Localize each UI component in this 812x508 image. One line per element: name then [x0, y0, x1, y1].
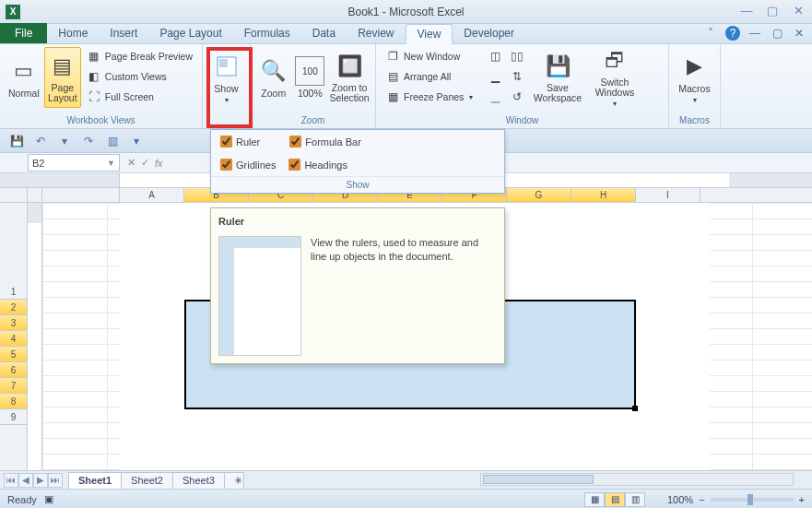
close-icon[interactable]: ✕: [790, 3, 806, 18]
sync-scroll-button[interactable]: ⇅: [507, 67, 527, 86]
macros-button[interactable]: ▶Macros▾: [675, 47, 714, 108]
tab-view[interactable]: View: [406, 24, 453, 44]
row-3[interactable]: 3: [0, 315, 27, 331]
tooltip-thumbnail: [218, 236, 301, 356]
split-button[interactable]: ◫: [485, 47, 505, 65]
full-screen-label: Full Screen: [105, 91, 154, 102]
tab-page-layout[interactable]: Page Layout: [148, 23, 232, 43]
fill-handle[interactable]: [632, 406, 638, 411]
fx-icon[interactable]: fx: [155, 158, 163, 169]
headings-checkbox-label: Headings: [304, 159, 347, 171]
custom-views-icon: ◧: [87, 69, 101, 84]
save-icon[interactable]: 💾: [7, 133, 26, 149]
zoom-to-selection-button[interactable]: 🔲Zoom to Selection: [329, 47, 370, 108]
redo-icon[interactable]: ↷: [79, 133, 98, 149]
tab-home[interactable]: Home: [47, 23, 99, 43]
reset-pos-button[interactable]: ↺: [507, 88, 527, 106]
customize-qat-icon[interactable]: ▾: [127, 133, 146, 149]
row-9[interactable]: 9: [0, 409, 27, 425]
tab-review[interactable]: Review: [347, 23, 405, 43]
ruler-checkbox[interactable]: Ruler: [220, 136, 260, 148]
file-tab[interactable]: File: [0, 23, 47, 43]
chevron-down-icon: ▾: [693, 96, 697, 104]
row-7[interactable]: 7: [0, 378, 27, 394]
minimize-ribbon-icon[interactable]: ˄: [703, 26, 718, 41]
new-window-button[interactable]: ❐New Window: [382, 47, 483, 65]
show-options-panel: Ruler Formula Bar Gridlines Headings Sho…: [210, 129, 505, 194]
row-2[interactable]: 2: [0, 300, 27, 315]
status-ready: Ready: [7, 494, 37, 505]
arrange-all-button[interactable]: ▤Arrange All: [382, 67, 483, 86]
zoom-slider[interactable]: [711, 498, 794, 502]
hide-button[interactable]: ▁: [485, 67, 505, 86]
row-5[interactable]: 5: [0, 347, 27, 362]
zoom-selection-label: Zoom to Selection: [329, 83, 370, 103]
row-6[interactable]: 6: [0, 362, 27, 378]
save-workspace-button[interactable]: 💾Save Workspace: [529, 47, 586, 108]
sheet-tab-1[interactable]: Sheet1: [68, 472, 122, 489]
row-8[interactable]: 8: [0, 394, 27, 409]
undo-icon[interactable]: ↶: [31, 133, 50, 149]
select-all-corner[interactable]: [0, 188, 28, 202]
doc-minimize-icon[interactable]: —: [747, 26, 762, 41]
col-a[interactable]: A: [120, 188, 184, 202]
show-dropdown-button[interactable]: Show ▾: [208, 47, 244, 108]
macro-record-icon[interactable]: ▣: [44, 493, 53, 505]
freeze-panes-button[interactable]: ▦Freeze Panes▾: [382, 88, 483, 106]
custom-views-button[interactable]: ◧Custom Views: [83, 67, 196, 86]
name-box-dropdown-icon[interactable]: ▼: [107, 159, 115, 168]
help-icon[interactable]: ?: [725, 26, 740, 41]
sheet-nav-last-icon[interactable]: ⏭: [48, 473, 63, 488]
headings-checkbox[interactable]: Headings: [288, 159, 347, 171]
doc-close-icon[interactable]: ✕: [792, 26, 806, 41]
minimize-icon[interactable]: —: [738, 3, 755, 18]
normal-view-button[interactable]: ▭ Normal: [6, 47, 42, 108]
unhide-button[interactable]: ▁: [485, 88, 505, 106]
col-h[interactable]: H: [571, 188, 636, 202]
name-box[interactable]: B2 ▼: [28, 154, 120, 171]
horizontal-scrollbar[interactable]: [480, 473, 794, 486]
row-4[interactable]: 4: [0, 331, 27, 347]
sheet-nav-prev-icon[interactable]: ◀: [18, 473, 33, 488]
qat-dropdown-icon[interactable]: ▾: [55, 133, 74, 149]
col-i[interactable]: I: [636, 188, 700, 202]
view-side-button[interactable]: ▯▯: [507, 47, 527, 65]
zoom-in-icon[interactable]: +: [799, 494, 805, 505]
page-break-status-icon[interactable]: ▥: [625, 492, 645, 507]
sheet-tab-3[interactable]: Sheet3: [172, 472, 225, 489]
svg-rect-1: [219, 59, 228, 67]
normal-view-status-icon[interactable]: ▦: [584, 492, 605, 507]
tab-formulas[interactable]: Formulas: [233, 23, 301, 43]
page-break-preview-button[interactable]: ▦Page Break Preview: [83, 47, 196, 65]
tooltip-title: Ruler: [218, 216, 497, 227]
formula-bar-checkbox[interactable]: Formula Bar: [289, 136, 361, 148]
row-1[interactable]: 1: [0, 284, 27, 300]
scroll-thumb[interactable]: [483, 475, 594, 484]
zoom-100-button[interactable]: 100100%: [293, 47, 328, 108]
full-screen-button[interactable]: ⛶Full Screen: [83, 88, 196, 106]
page-layout-status-icon[interactable]: ▤: [605, 492, 625, 507]
tooltip-description: View the rulers, used to measure and lin…: [311, 236, 497, 356]
freeze-panes-label: Freeze Panes: [404, 91, 464, 102]
switch-windows-button[interactable]: 🗗Switch Windows▾: [588, 47, 641, 108]
restore-icon[interactable]: ▢: [764, 3, 781, 18]
tab-data[interactable]: Data: [301, 23, 347, 43]
doc-restore-icon[interactable]: ▢: [770, 26, 784, 41]
sheet-nav-next-icon[interactable]: ▶: [33, 473, 48, 488]
zoom-button[interactable]: 🔍Zoom: [256, 47, 291, 108]
col-g[interactable]: G: [507, 188, 571, 202]
insert-sheet-button[interactable]: ✳: [224, 472, 244, 489]
tab-insert[interactable]: Insert: [99, 23, 148, 43]
repeat-icon[interactable]: ▥: [103, 133, 122, 149]
cancel-formula-icon[interactable]: ✕: [127, 157, 135, 169]
zoom-level[interactable]: 100%: [654, 494, 693, 505]
title-bar: X Book1 - Microsoft Excel — ▢ ✕: [0, 0, 812, 24]
gridlines-checkbox[interactable]: Gridlines: [220, 159, 276, 171]
freeze-panes-icon: ▦: [385, 89, 400, 104]
enter-formula-icon[interactable]: ✓: [141, 157, 149, 169]
zoom-out-icon[interactable]: −: [699, 494, 704, 505]
sheet-nav-first-icon[interactable]: ⏮: [4, 473, 18, 488]
sheet-tab-2[interactable]: Sheet2: [121, 472, 173, 489]
tab-developer[interactable]: Developer: [453, 23, 525, 43]
page-layout-view-button[interactable]: ▤ Page Layout: [44, 47, 81, 108]
